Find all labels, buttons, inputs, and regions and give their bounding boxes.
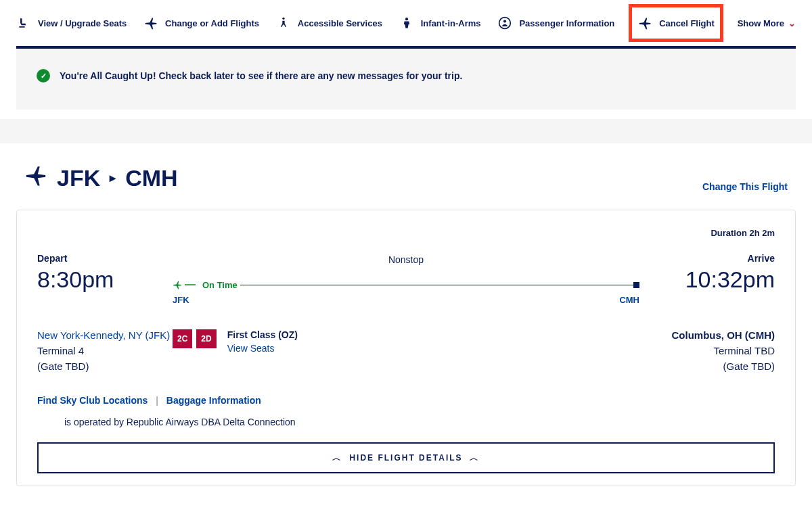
notice-text: You're All Caught Up! Check back later t… bbox=[60, 70, 462, 81]
chevron-down-icon: ⌄ bbox=[788, 18, 796, 28]
seat-meta: First Class (OZ) View Seats bbox=[227, 329, 298, 354]
track-origin-code: JFK bbox=[173, 295, 189, 305]
infant-icon bbox=[399, 16, 414, 30]
route-header: JFK ▸ CMH Change This Flight bbox=[0, 143, 812, 199]
origin-terminal: Terminal 4 bbox=[37, 345, 173, 356]
view-seats-link[interactable]: View Seats bbox=[227, 343, 298, 354]
nonstop-label: Nonstop bbox=[173, 254, 639, 265]
seat-icon bbox=[16, 16, 31, 30]
origin-gate: (Gate TBD) bbox=[37, 360, 173, 372]
show-more-button[interactable]: Show More ⌄ bbox=[738, 18, 796, 28]
svg-point-3 bbox=[503, 20, 506, 22]
chevron-up-icon: ︿ bbox=[470, 452, 480, 464]
action-bar: View / Upgrade Seats Change or Add Fligh… bbox=[0, 0, 812, 46]
accessible-services-button[interactable]: Accessible Services bbox=[276, 16, 382, 30]
plane-cancel-icon bbox=[637, 16, 652, 30]
notice-container: ✓ You're All Caught Up! Check back later… bbox=[0, 46, 812, 110]
cabin-class: First Class (OZ) bbox=[227, 329, 298, 340]
action-label: Passenger Information bbox=[519, 18, 614, 28]
action-label: Accessible Services bbox=[298, 18, 382, 28]
timeline-center: Nonstop — On Time JFK CMH bbox=[173, 253, 639, 305]
seat-badge[interactable]: 2C bbox=[173, 329, 192, 348]
flight-track: — On Time bbox=[173, 280, 639, 289]
depart-column: Depart 8:30pm bbox=[37, 253, 159, 293]
svg-point-2 bbox=[499, 18, 511, 29]
track-dest-code: CMH bbox=[619, 295, 639, 305]
timeline-row: Depart 8:30pm Nonstop — On Time JFK CMH … bbox=[37, 253, 775, 305]
sky-club-link[interactable]: Find Sky Club Locations bbox=[37, 395, 148, 406]
track-end-icon bbox=[633, 282, 639, 288]
seat-info: 2C 2D First Class (OZ) View Seats bbox=[173, 329, 298, 372]
dest-terminal: Terminal TBD bbox=[672, 345, 775, 356]
depart-time: 8:30pm bbox=[37, 266, 159, 293]
svg-point-0 bbox=[282, 18, 284, 20]
hide-flight-details-button[interactable]: ︿ HIDE FLIGHT DETAILS ︿ bbox=[37, 442, 775, 473]
plane-icon bbox=[24, 164, 47, 192]
passenger-information-button[interactable]: Passenger Information bbox=[497, 16, 614, 30]
cancel-flight-highlight: Cancel Flight bbox=[629, 4, 723, 42]
accessibility-icon bbox=[276, 16, 291, 30]
view-upgrade-seats-button[interactable]: View / Upgrade Seats bbox=[16, 16, 127, 30]
depart-label: Depart bbox=[37, 253, 159, 264]
caught-up-banner: ✓ You're All Caught Up! Check back later… bbox=[16, 46, 796, 110]
dest-gate: (Gate TBD) bbox=[672, 360, 775, 372]
plane-swap-icon bbox=[143, 16, 158, 30]
arrive-label: Arrive bbox=[653, 253, 775, 264]
change-this-flight-link[interactable]: Change This Flight bbox=[702, 181, 788, 192]
flight-card: Duration 2h 2m Depart 8:30pm Nonstop — O… bbox=[16, 210, 796, 486]
action-label: Change or Add Flights bbox=[165, 18, 259, 28]
cancel-flight-button[interactable]: Cancel Flight bbox=[637, 16, 715, 30]
origin-code: JFK bbox=[57, 165, 100, 191]
route-title: JFK ▸ CMH bbox=[24, 164, 178, 192]
route-arrow-icon: ▸ bbox=[110, 170, 116, 185]
change-add-flights-button[interactable]: Change or Add Flights bbox=[143, 16, 259, 30]
action-label: Infant-in-Arms bbox=[421, 18, 481, 28]
dest-code: CMH bbox=[125, 165, 177, 191]
infant-in-arms-button[interactable]: Infant-in-Arms bbox=[399, 16, 481, 30]
track-line bbox=[240, 285, 633, 285]
show-more-label: Show More bbox=[738, 18, 784, 28]
origin-airport-link[interactable]: New York-Kennedy, NY (JFK) bbox=[37, 329, 173, 341]
check-icon: ✓ bbox=[37, 69, 50, 83]
origin-info: New York-Kennedy, NY (JFK) Terminal 4 (G… bbox=[37, 329, 173, 372]
flight-links-row: Find Sky Club Locations | Baggage Inform… bbox=[37, 395, 775, 406]
dest-info: Columbus, OH (CMH) Terminal TBD (Gate TB… bbox=[672, 329, 775, 372]
section-gap bbox=[0, 119, 812, 143]
dest-airport: Columbus, OH (CMH) bbox=[672, 329, 775, 341]
operator-text: is operated by Republic Airways DBA Delt… bbox=[64, 417, 775, 427]
svg-point-1 bbox=[405, 18, 408, 20]
arrive-column: Arrive 10:32pm bbox=[653, 253, 775, 293]
airport-info-row: New York-Kennedy, NY (JFK) Terminal 4 (G… bbox=[37, 329, 775, 372]
track-plane-icon: — bbox=[173, 279, 196, 291]
flight-status: On Time bbox=[200, 280, 240, 290]
chevron-up-icon: ︿ bbox=[332, 452, 342, 464]
baggage-info-link[interactable]: Baggage Information bbox=[166, 395, 261, 406]
flight-duration: Duration 2h 2m bbox=[37, 228, 775, 238]
toggle-label: HIDE FLIGHT DETAILS bbox=[349, 453, 462, 463]
track-codes: JFK CMH bbox=[173, 295, 639, 305]
action-label: View / Upgrade Seats bbox=[38, 18, 127, 28]
action-label: Cancel Flight bbox=[659, 18, 715, 28]
passenger-info-icon bbox=[497, 16, 512, 30]
arrive-time: 10:32pm bbox=[653, 266, 775, 293]
link-divider: | bbox=[156, 395, 158, 406]
seat-badge[interactable]: 2D bbox=[196, 329, 216, 348]
